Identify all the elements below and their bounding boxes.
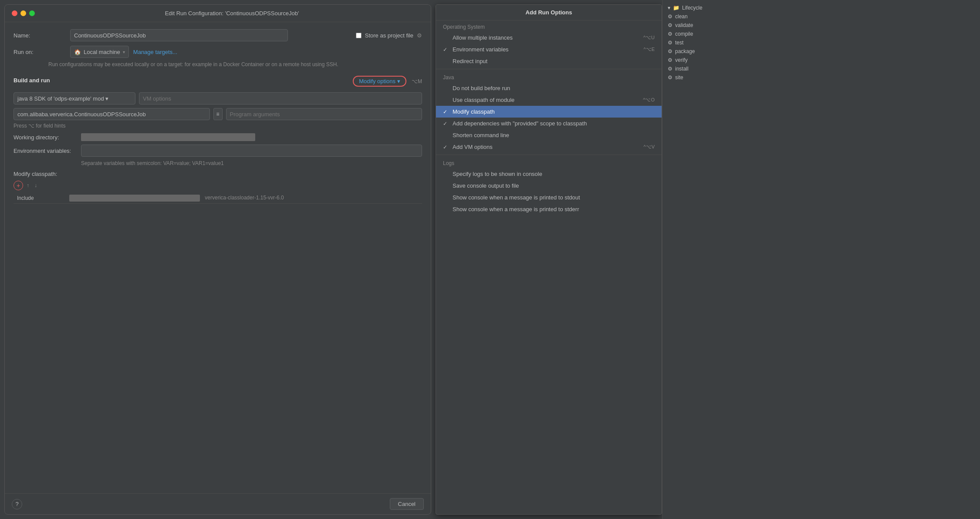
package-label: package <box>675 48 695 54</box>
modify-classpath-label: Modify classpath <box>453 108 651 115</box>
chevron-down-icon: ▾ <box>397 78 400 84</box>
sidebar-item-install[interactable]: ⚙ install <box>662 64 758 73</box>
redirect-input-item[interactable]: Redirect input <box>436 55 662 67</box>
chevron-down-icon: ▾ <box>123 50 125 54</box>
local-machine-dropdown[interactable]: 🏠 Local machine ▾ <box>70 46 129 58</box>
add-dependencies-label: Add dependencies with "provided" scope t… <box>453 120 651 127</box>
install-label: install <box>675 66 689 72</box>
sidebar-item-validate[interactable]: ⚙ validate <box>662 21 758 30</box>
verify-label: verify <box>675 57 688 63</box>
allow-multiple-shortcut: ^⌥U <box>643 35 655 40</box>
chevron-down-icon: ▾ <box>668 5 670 11</box>
help-button[interactable]: ? <box>12 499 22 509</box>
add-vm-check: ✓ <box>443 144 449 150</box>
specify-logs-item[interactable]: Specify logs to be shown in console <box>436 168 662 180</box>
store-as-project-checkbox[interactable] <box>356 33 362 38</box>
show-console-stdout-item[interactable]: Show console when a message is printed t… <box>436 192 662 203</box>
modify-classpath-check: ✓ <box>443 109 449 115</box>
cancel-button[interactable]: Cancel <box>390 498 424 510</box>
add-vm-shortcut: ^⌥V <box>644 144 655 150</box>
divider-1 <box>436 69 662 69</box>
sidebar-item-clean[interactable]: ⚙ clean <box>662 12 758 21</box>
dialog-body: Name: Store as project file ⚙ Run on: 🏠 … <box>5 22 431 493</box>
class-input[interactable] <box>14 108 210 120</box>
allow-multiple-label: Allow multiple instances <box>453 34 640 41</box>
redirect-input-label: Redirect input <box>453 58 651 64</box>
run-on-row: Run on: 🏠 Local machine ▾ Manage targets… <box>14 46 422 58</box>
minimize-button[interactable] <box>20 10 26 16</box>
modify-classpath-item[interactable]: ✓ Modify classpath <box>436 106 662 118</box>
local-machine-text: Local machine <box>84 49 120 55</box>
close-button[interactable] <box>12 10 17 16</box>
shorten-cmd-label: Shorten command line <box>453 132 651 138</box>
vm-options-input[interactable] <box>139 92 422 104</box>
sdk-value-text: java 8 SDK of 'odps-example' mod ▾ <box>17 95 108 102</box>
env-variables-shortcut: ^⌥E <box>644 47 655 52</box>
save-console-label: Save console output to file <box>453 182 651 189</box>
save-console-output-item[interactable]: Save console output to file <box>436 180 662 192</box>
add-run-options-panel: Add Run Options Operating System Allow m… <box>436 4 662 515</box>
classpath-file-col: ververica-classloader-1.15-vvr-6.0 <box>66 193 422 204</box>
use-classpath-module-item[interactable]: Use classpath of module ^⌥O <box>436 94 662 106</box>
table-row: Include ververica-classloader-1.15-vvr-6… <box>14 193 422 204</box>
build-and-run-header: Build and run <box>14 77 50 84</box>
store-as-project-label: Store as project file <box>365 32 413 39</box>
env-vars-input[interactable] <box>81 145 422 157</box>
manage-targets-link[interactable]: Manage targets... <box>133 49 177 55</box>
show-console-stderr-item[interactable]: Show console when a message is printed t… <box>436 203 662 215</box>
sidebar-item-test[interactable]: ⚙ test <box>662 38 758 47</box>
sdk-row: java 8 SDK of 'odps-example' mod ▾ <box>14 92 422 104</box>
show-stdout-label: Show console when a message is printed t… <box>453 194 651 201</box>
env-vars-row: Environment variables: <box>14 145 422 157</box>
sidebar-item-compile[interactable]: ⚙ compile <box>662 30 758 38</box>
add-vm-options-item[interactable]: ✓ Add VM options ^⌥V <box>436 141 662 153</box>
options-panel-title: Add Run Options <box>436 5 662 20</box>
env-variables-item[interactable]: ✓ Environment variables ^⌥E <box>436 44 662 55</box>
sidebar-item-verify[interactable]: ⚙ verify <box>662 56 758 64</box>
dialog-title-bar: Edit Run Configuration: 'ContinuousODPSS… <box>5 5 431 22</box>
gear-icon: ⚙ <box>668 22 672 28</box>
window-controls <box>12 10 35 16</box>
move-up-button[interactable]: ↑ <box>25 181 31 190</box>
gear-icon: ⚙ <box>668 13 672 20</box>
use-classpath-shortcut: ^⌥O <box>643 97 655 103</box>
gear-icon: ⚙ <box>668 40 672 46</box>
logs-section-header: Logs <box>436 157 662 168</box>
press-alt-hint: Press ⌥ for field hints <box>14 123 422 129</box>
class-row: ≡ <box>14 108 422 120</box>
move-down-button[interactable]: ↓ <box>33 181 39 190</box>
test-label: test <box>675 40 683 46</box>
working-dir-row: Working directory: <box>14 133 422 141</box>
program-args-input[interactable] <box>226 108 422 120</box>
name-row: Name: Store as project file ⚙ <box>14 29 422 41</box>
add-dependencies-item[interactable]: ✓ Add dependencies with "provided" scope… <box>436 118 662 129</box>
maximize-button[interactable] <box>29 10 35 16</box>
add-classpath-button[interactable]: + <box>14 181 23 190</box>
lifecycle-panel: ▾ 📁 Lifecycle ⚙ clean ⚙ validate ⚙ compi… <box>662 0 758 519</box>
shorten-command-line-item[interactable]: Shorten command line <box>436 129 662 141</box>
do-not-build-item[interactable]: Do not build before run <box>436 82 662 94</box>
build-run-header-row: Build and run Modify options ▾ ⌥M <box>14 74 422 88</box>
folder-icon: 📁 <box>673 5 679 11</box>
run-on-label: Run on: <box>14 49 66 55</box>
lifecycle-header: ▾ 📁 Lifecycle <box>662 3 758 12</box>
name-right: Store as project file ⚙ <box>356 32 422 39</box>
sidebar-item-package[interactable]: ⚙ package <box>662 47 758 56</box>
allow-multiple-instances-item[interactable]: Allow multiple instances ^⌥U <box>436 32 662 44</box>
specify-logs-label: Specify logs to be shown in console <box>453 171 651 177</box>
modify-options-button[interactable]: Modify options ▾ <box>353 76 406 87</box>
class-browse-button[interactable]: ≡ <box>213 108 223 120</box>
compile-label: compile <box>675 31 693 37</box>
include-col: Include <box>14 193 66 204</box>
dialog-title: Edit Run Configuration: 'ContinuousODPSS… <box>40 10 424 17</box>
modify-options-shortcut: ⌥M <box>412 78 422 84</box>
gear-icon: ⚙ <box>668 31 672 37</box>
lifecycle-label: Lifecycle <box>682 5 703 11</box>
add-vm-label: Add VM options <box>453 144 640 150</box>
divider-2 <box>436 155 662 155</box>
do-not-build-label: Do not build before run <box>453 85 651 91</box>
sidebar-item-site[interactable]: ⚙ site <box>662 73 758 82</box>
name-input[interactable] <box>70 29 288 41</box>
sdk-dropdown[interactable]: java 8 SDK of 'odps-example' mod ▾ <box>14 92 135 104</box>
gear-icon: ⚙ <box>668 74 672 81</box>
